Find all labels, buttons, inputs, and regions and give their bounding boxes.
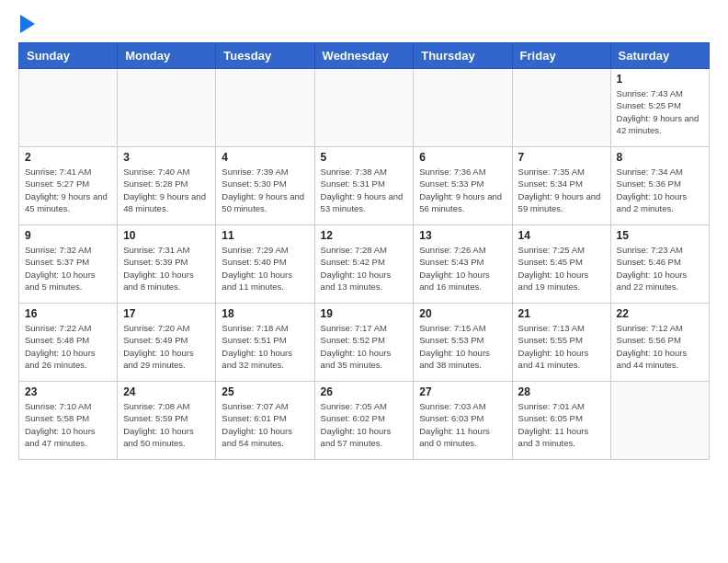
calendar-cell [314,69,414,147]
day-number: 5 [321,151,408,164]
day-info: Sunrise: 7:07 AMSunset: 6:01 PMDaylight:… [222,400,308,449]
day-info: Sunrise: 7:41 AMSunset: 5:27 PMDaylight:… [25,166,111,214]
calendar-cell: 6Sunrise: 7:36 AMSunset: 5:33 PMDaylight… [414,147,512,225]
calendar-cell: 1Sunrise: 7:43 AMSunset: 5:25 PMDaylight… [610,69,709,147]
weekday-header-wednesday: Wednesday [314,43,414,69]
calendar-cell: 5Sunrise: 7:38 AMSunset: 5:31 PMDaylight… [314,147,414,225]
logo-arrow-icon [20,15,35,33]
logo [18,18,35,33]
day-number: 22 [617,307,703,320]
calendar-cell: 14Sunrise: 7:25 AMSunset: 5:45 PMDayligh… [512,225,610,304]
weekday-header-friday: Friday [512,43,610,69]
day-info: Sunrise: 7:08 AMSunset: 5:59 PMDaylight:… [123,400,210,449]
day-number: 23 [25,385,111,398]
calendar-cell: 8Sunrise: 7:34 AMSunset: 5:36 PMDaylight… [610,147,709,225]
day-info: Sunrise: 7:03 AMSunset: 6:03 PMDaylight:… [419,400,506,449]
weekday-header-sunday: Sunday [19,43,118,69]
day-info: Sunrise: 7:13 AMSunset: 5:55 PMDaylight:… [518,322,605,371]
day-info: Sunrise: 7:26 AMSunset: 5:43 PMDaylight:… [419,244,506,293]
week-row-1: 1Sunrise: 7:43 AMSunset: 5:25 PMDaylight… [19,69,710,147]
day-number: 19 [321,307,408,320]
day-info: Sunrise: 7:10 AMSunset: 5:58 PMDaylight:… [25,400,111,449]
calendar-cell: 28Sunrise: 7:01 AMSunset: 6:05 PMDayligh… [512,382,610,460]
calendar-cell: 21Sunrise: 7:13 AMSunset: 5:55 PMDayligh… [512,304,610,382]
day-number: 14 [518,229,605,242]
day-info: Sunrise: 7:43 AMSunset: 5:25 PMDaylight:… [617,87,703,136]
day-info: Sunrise: 7:36 AMSunset: 5:33 PMDaylight:… [419,166,506,214]
day-info: Sunrise: 7:35 AMSunset: 5:34 PMDaylight:… [518,166,605,214]
day-info: Sunrise: 7:12 AMSunset: 5:56 PMDaylight:… [617,322,703,371]
day-number: 28 [518,385,605,398]
day-number: 27 [419,385,506,398]
calendar-table: SundayMondayTuesdayWednesdayThursdayFrid… [18,42,710,460]
day-info: Sunrise: 7:22 AMSunset: 5:48 PMDaylight:… [25,322,111,371]
day-info: Sunrise: 7:38 AMSunset: 5:31 PMDaylight:… [321,166,408,214]
calendar-cell: 20Sunrise: 7:15 AMSunset: 5:53 PMDayligh… [414,304,512,382]
day-number: 20 [419,307,506,320]
calendar-cell: 4Sunrise: 7:39 AMSunset: 5:30 PMDaylight… [216,147,314,225]
day-info: Sunrise: 7:05 AMSunset: 6:02 PMDaylight:… [321,400,408,449]
calendar-cell [216,69,314,147]
calendar-cell: 23Sunrise: 7:10 AMSunset: 5:58 PMDayligh… [19,382,118,460]
weekday-header-row: SundayMondayTuesdayWednesdayThursdayFrid… [19,43,710,69]
calendar-cell [610,382,709,460]
calendar-cell: 11Sunrise: 7:29 AMSunset: 5:40 PMDayligh… [216,225,314,304]
calendar-cell: 19Sunrise: 7:17 AMSunset: 5:52 PMDayligh… [314,304,414,382]
calendar-cell: 17Sunrise: 7:20 AMSunset: 5:49 PMDayligh… [118,304,216,382]
day-info: Sunrise: 7:25 AMSunset: 5:45 PMDaylight:… [518,244,605,293]
calendar-cell: 15Sunrise: 7:23 AMSunset: 5:46 PMDayligh… [610,225,709,304]
day-info: Sunrise: 7:23 AMSunset: 5:46 PMDaylight:… [617,244,703,293]
weekday-header-thursday: Thursday [414,43,512,69]
week-row-4: 16Sunrise: 7:22 AMSunset: 5:48 PMDayligh… [19,304,710,382]
day-number: 25 [222,385,308,398]
calendar-cell [414,69,512,147]
calendar-cell: 7Sunrise: 7:35 AMSunset: 5:34 PMDaylight… [512,147,610,225]
day-info: Sunrise: 7:17 AMSunset: 5:52 PMDaylight:… [321,322,408,371]
week-row-3: 9Sunrise: 7:32 AMSunset: 5:37 PMDaylight… [19,225,710,304]
day-number: 21 [518,307,605,320]
day-number: 7 [518,151,605,164]
day-info: Sunrise: 7:39 AMSunset: 5:30 PMDaylight:… [222,166,308,214]
day-info: Sunrise: 7:29 AMSunset: 5:40 PMDaylight:… [222,244,308,293]
day-number: 17 [123,307,210,320]
calendar-cell: 16Sunrise: 7:22 AMSunset: 5:48 PMDayligh… [19,304,118,382]
calendar-cell: 24Sunrise: 7:08 AMSunset: 5:59 PMDayligh… [118,382,216,460]
day-info: Sunrise: 7:01 AMSunset: 6:05 PMDaylight:… [518,400,605,449]
calendar-cell: 18Sunrise: 7:18 AMSunset: 5:51 PMDayligh… [216,304,314,382]
day-info: Sunrise: 7:15 AMSunset: 5:53 PMDaylight:… [419,322,506,371]
calendar-cell [118,69,216,147]
day-info: Sunrise: 7:31 AMSunset: 5:39 PMDaylight:… [123,244,210,293]
week-row-2: 2Sunrise: 7:41 AMSunset: 5:27 PMDaylight… [19,147,710,225]
day-number: 26 [321,385,408,398]
day-number: 8 [617,151,703,164]
calendar-cell: 25Sunrise: 7:07 AMSunset: 6:01 PMDayligh… [216,382,314,460]
day-info: Sunrise: 7:32 AMSunset: 5:37 PMDaylight:… [25,244,111,293]
day-number: 11 [222,229,308,242]
day-info: Sunrise: 7:40 AMSunset: 5:28 PMDaylight:… [123,166,210,214]
page-header [18,18,710,33]
day-info: Sunrise: 7:20 AMSunset: 5:49 PMDaylight:… [123,322,210,371]
day-number: 24 [123,385,210,398]
day-number: 15 [617,229,703,242]
day-number: 1 [617,73,703,86]
calendar-cell [19,69,118,147]
day-number: 10 [123,229,210,242]
day-number: 6 [419,151,506,164]
day-number: 16 [25,307,111,320]
calendar-cell: 13Sunrise: 7:26 AMSunset: 5:43 PMDayligh… [414,225,512,304]
week-row-5: 23Sunrise: 7:10 AMSunset: 5:58 PMDayligh… [19,382,710,460]
day-number: 18 [222,307,308,320]
day-number: 13 [419,229,506,242]
calendar-cell: 9Sunrise: 7:32 AMSunset: 5:37 PMDaylight… [19,225,118,304]
day-info: Sunrise: 7:18 AMSunset: 5:51 PMDaylight:… [222,322,308,371]
weekday-header-monday: Monday [118,43,216,69]
calendar-cell: 12Sunrise: 7:28 AMSunset: 5:42 PMDayligh… [314,225,414,304]
day-number: 12 [321,229,408,242]
day-number: 2 [25,151,111,164]
day-info: Sunrise: 7:28 AMSunset: 5:42 PMDaylight:… [321,244,408,293]
calendar-cell: 22Sunrise: 7:12 AMSunset: 5:56 PMDayligh… [610,304,709,382]
weekday-header-saturday: Saturday [610,43,709,69]
calendar-cell: 27Sunrise: 7:03 AMSunset: 6:03 PMDayligh… [414,382,512,460]
day-number: 3 [123,151,210,164]
calendar-cell: 26Sunrise: 7:05 AMSunset: 6:02 PMDayligh… [314,382,414,460]
